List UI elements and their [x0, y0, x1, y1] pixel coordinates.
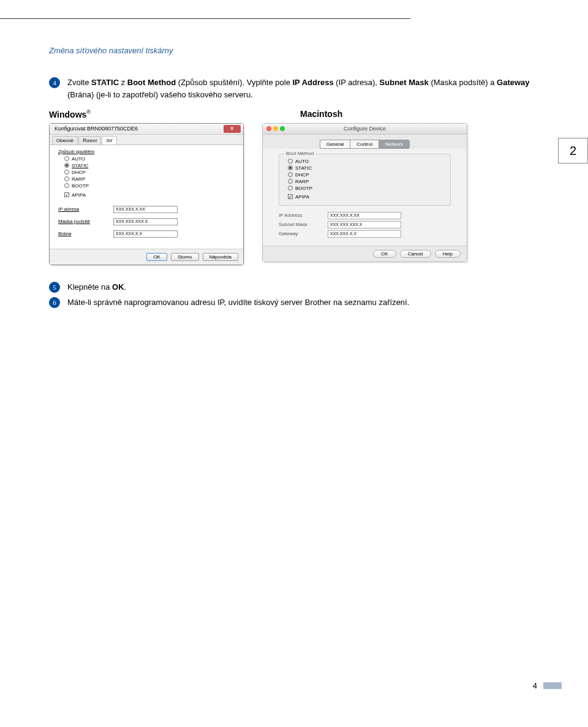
windows-label: Windows® [49, 109, 294, 119]
windows-dialog: Konfigurovat BRN00807750CDE6 ✕ Obecné Ří… [49, 123, 244, 265]
tab-rizeni[interactable]: Řízení [78, 136, 101, 145]
radio-icon [64, 156, 69, 161]
mac-body: Boot Method AUTO STATIC DHCP RARP BOOTP … [263, 149, 467, 246]
t: . [124, 282, 127, 292]
radio-label: BOOTP [295, 186, 312, 191]
mac-fields: IP Address XXX.XXX.X.XX Subnet Mask XXX.… [279, 212, 451, 238]
windows-titlebar: Konfigurovat BRN00807750CDE6 ✕ [50, 124, 243, 135]
radio-dhcp[interactable]: DHCP [285, 171, 444, 178]
check-apipa[interactable]: ✓APIPA [58, 192, 235, 198]
windows-body: Způsob spuštění AUTO STATIC DHCP RARP BO… [50, 145, 243, 249]
radio-icon [64, 183, 69, 188]
radio-bootp[interactable]: BOOTP [58, 183, 235, 189]
windows-title-text: Konfigurovat BRN00807750CDE6 [55, 126, 138, 132]
ip-input[interactable]: XXX.XXX.X.XX [113, 206, 178, 213]
step-4: 4 Zvolte STATIC z Boot Method (Způsob sp… [49, 77, 539, 100]
section-header: Změna síťového nastavení tiskárny [49, 46, 173, 55]
windows-buttons: OK Storno Nápověda [50, 249, 243, 265]
step-number: 4 [49, 77, 60, 88]
ok-button[interactable]: OK [373, 250, 396, 258]
mask-input[interactable]: XXX.XXX.XXX.X [113, 218, 178, 225]
windows-screenshot: Konfigurovat BRN00807750CDE6 ✕ Obecné Ří… [49, 123, 244, 265]
mac-screenshot: Configure Device General Control Network… [262, 123, 467, 265]
radio-icon [64, 176, 69, 181]
step-5: 5 Klepněte na OK. [49, 281, 539, 293]
radio-static[interactable]: STATIC [58, 162, 235, 169]
cancel-button[interactable]: Storno [171, 253, 199, 261]
radio-static[interactable]: STATIC [285, 165, 444, 171]
close-icon[interactable]: ✕ [224, 125, 241, 133]
radio-label: AUTO [295, 159, 309, 164]
t: (IP adresa), [334, 78, 380, 87]
mac-dialog: Configure Device General Control Network… [262, 123, 467, 262]
step-number: 5 [49, 282, 60, 293]
t: Subnet Mask [380, 78, 429, 87]
help-button[interactable]: Nápověda [203, 253, 238, 261]
step-4-text: Zvolte STATIC z Boot Method (Způsob spuš… [67, 77, 539, 100]
t: (Brána) (je-li to zapotřebí) vašeho tisk… [67, 90, 253, 99]
radio-label: DHCP [295, 172, 309, 178]
radio-label: STATIC [295, 165, 312, 171]
ok-button[interactable]: OK [146, 253, 167, 261]
radio-label: RARP [72, 176, 85, 182]
ip-label: IP adresa [58, 206, 113, 212]
check-apipa[interactable]: ✓APIPA [285, 194, 444, 200]
t: (Maska podsítě) a [429, 78, 497, 87]
boot-method-label: Způsob spuštění [58, 149, 235, 154]
checkbox-icon: ✓ [64, 192, 69, 197]
tab-network[interactable]: Network [379, 140, 410, 149]
t: IP Address [292, 78, 333, 87]
field-ip: IP Address XXX.XXX.X.XX [279, 212, 451, 219]
boot-method-group: Boot Method AUTO STATIC DHCP RARP BOOTP … [279, 154, 451, 206]
t: Zvolte [67, 78, 91, 87]
t: Boot Method [127, 78, 176, 87]
t: Gateway [497, 78, 529, 87]
tab-sit[interactable]: Síť [102, 136, 117, 145]
mac-tabs: General Control Network [263, 140, 467, 149]
ip-label: IP Address [279, 213, 328, 218]
mask-input[interactable]: XXX.XXX.XXX.X [328, 221, 401, 228]
radio-icon [288, 179, 293, 184]
step-6-text: Máte-li správně naprogramovanou adresu I… [67, 296, 409, 309]
help-button[interactable]: Help [435, 250, 461, 258]
mac-buttons: OK Cancel Help [263, 246, 467, 262]
registered-mark: ® [86, 109, 91, 115]
radio-icon [288, 186, 293, 190]
page-number: 4 [533, 681, 537, 690]
radio-label: DHCP [72, 170, 86, 175]
macintosh-text: Macintosh [300, 109, 342, 119]
checkbox-label: APIPA [72, 192, 86, 198]
step-number: 6 [49, 297, 60, 308]
cancel-button[interactable]: Cancel [400, 250, 431, 258]
windows-text: Windows [49, 110, 86, 119]
ip-input[interactable]: XXX.XXX.X.XX [328, 212, 401, 219]
radio-icon [64, 163, 69, 168]
t: z [119, 78, 127, 87]
mask-label: Subnet Mask [279, 222, 328, 227]
gateway-input[interactable]: XXX.XXX.X.X [328, 230, 401, 238]
tab-obecne[interactable]: Obecné [52, 136, 78, 145]
field-gateway: Gateway XXX.XXX.X.X [279, 230, 451, 238]
radio-bootp[interactable]: BOOTP [285, 185, 444, 192]
radio-auto[interactable]: AUTO [58, 156, 235, 162]
step-6: 6 Máte-li správně naprogramovanou adresu… [49, 296, 539, 309]
field-mask: Subnet Mask XXX.XXX.XXX.X [279, 221, 451, 228]
radio-icon [288, 159, 293, 164]
gateway-input[interactable]: XXX.XXX.X.X [113, 230, 178, 238]
radio-label: STATIC [72, 163, 88, 168]
top-rule [0, 18, 410, 19]
field-gateway: Brána XXX.XXX.X.X [58, 230, 235, 238]
tab-control[interactable]: Control [350, 140, 379, 149]
os-labels-row: Windows® Macintosh [49, 109, 539, 119]
radio-auto[interactable]: AUTO [285, 158, 444, 165]
checkbox-label: APIPA [295, 194, 309, 200]
radio-rarp[interactable]: RARP [58, 176, 235, 183]
chapter-tab: 2 [558, 138, 588, 164]
page-tab-decoration [543, 682, 562, 689]
radio-icon [288, 172, 293, 177]
radio-dhcp[interactable]: DHCP [58, 169, 235, 176]
mac-titlebar: Configure Device [263, 124, 467, 135]
radio-label: AUTO [72, 156, 85, 162]
tab-general[interactable]: General [320, 140, 350, 149]
radio-rarp[interactable]: RARP [285, 178, 444, 185]
